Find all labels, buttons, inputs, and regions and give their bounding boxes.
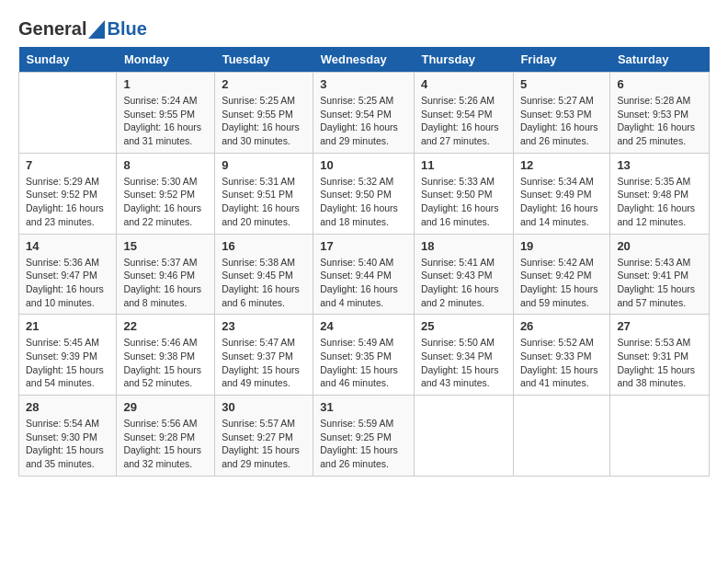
calendar-cell: 17Sunrise: 5:40 AMSunset: 9:44 PMDayligh… bbox=[313, 234, 415, 315]
calendar-cell: 28Sunrise: 5:54 AMSunset: 9:30 PMDayligh… bbox=[19, 396, 117, 477]
logo: General Blue bbox=[18, 18, 147, 40]
day-number: 14 bbox=[26, 239, 109, 253]
day-header-thursday: Thursday bbox=[414, 47, 513, 73]
calendar-week-row: 28Sunrise: 5:54 AMSunset: 9:30 PMDayligh… bbox=[19, 396, 710, 477]
day-info: Sunrise: 5:34 AMSunset: 9:49 PMDaylight:… bbox=[520, 175, 604, 229]
day-info: Sunrise: 5:56 AMSunset: 9:28 PMDaylight:… bbox=[123, 417, 208, 471]
calendar-cell: 31Sunrise: 5:59 AMSunset: 9:25 PMDayligh… bbox=[313, 396, 415, 477]
day-header-tuesday: Tuesday bbox=[215, 47, 313, 73]
day-number: 1 bbox=[123, 77, 208, 91]
calendar-cell: 25Sunrise: 5:50 AMSunset: 9:34 PMDayligh… bbox=[414, 315, 513, 396]
day-info: Sunrise: 5:54 AMSunset: 9:30 PMDaylight:… bbox=[26, 417, 109, 471]
day-info: Sunrise: 5:35 AMSunset: 9:48 PMDaylight:… bbox=[617, 175, 702, 229]
day-info: Sunrise: 5:29 AMSunset: 9:52 PMDaylight:… bbox=[26, 175, 109, 229]
day-number: 13 bbox=[617, 158, 702, 172]
day-number: 11 bbox=[421, 158, 506, 172]
calendar-cell: 13Sunrise: 5:35 AMSunset: 9:48 PMDayligh… bbox=[610, 153, 710, 234]
calendar-week-row: 21Sunrise: 5:45 AMSunset: 9:39 PMDayligh… bbox=[19, 315, 710, 396]
day-number: 28 bbox=[26, 400, 109, 414]
calendar-cell bbox=[513, 396, 610, 477]
day-number: 2 bbox=[222, 77, 306, 91]
day-info: Sunrise: 5:32 AMSunset: 9:50 PMDaylight:… bbox=[320, 175, 407, 229]
calendar-cell bbox=[610, 396, 710, 477]
calendar-cell: 6Sunrise: 5:28 AMSunset: 9:53 PMDaylight… bbox=[610, 73, 710, 154]
day-header-saturday: Saturday bbox=[610, 47, 710, 73]
day-number: 30 bbox=[222, 400, 306, 414]
day-header-friday: Friday bbox=[513, 47, 610, 73]
calendar-cell: 16Sunrise: 5:38 AMSunset: 9:45 PMDayligh… bbox=[215, 234, 313, 315]
day-number: 4 bbox=[421, 77, 506, 91]
day-info: Sunrise: 5:40 AMSunset: 9:44 PMDaylight:… bbox=[320, 256, 407, 310]
day-number: 5 bbox=[520, 77, 604, 91]
day-info: Sunrise: 5:37 AMSunset: 9:46 PMDaylight:… bbox=[123, 256, 208, 310]
day-number: 6 bbox=[617, 77, 702, 91]
day-number: 10 bbox=[320, 158, 407, 172]
day-info: Sunrise: 5:43 AMSunset: 9:41 PMDaylight:… bbox=[617, 256, 702, 310]
day-number: 22 bbox=[123, 319, 208, 333]
calendar-cell: 1Sunrise: 5:24 AMSunset: 9:55 PMDaylight… bbox=[117, 73, 215, 154]
day-info: Sunrise: 5:38 AMSunset: 9:45 PMDaylight:… bbox=[222, 256, 306, 310]
day-number: 23 bbox=[222, 319, 306, 333]
calendar-cell: 22Sunrise: 5:46 AMSunset: 9:38 PMDayligh… bbox=[117, 315, 215, 396]
day-number: 25 bbox=[421, 319, 506, 333]
calendar-cell: 3Sunrise: 5:25 AMSunset: 9:54 PMDaylight… bbox=[313, 73, 415, 154]
logo-blue-text: Blue bbox=[107, 18, 146, 40]
day-number: 18 bbox=[421, 239, 506, 253]
day-number: 19 bbox=[520, 239, 604, 253]
calendar-cell bbox=[414, 396, 513, 477]
day-info: Sunrise: 5:42 AMSunset: 9:42 PMDaylight:… bbox=[520, 256, 604, 310]
day-number: 27 bbox=[617, 319, 702, 333]
calendar-cell: 23Sunrise: 5:47 AMSunset: 9:37 PMDayligh… bbox=[215, 315, 313, 396]
calendar-cell: 14Sunrise: 5:36 AMSunset: 9:47 PMDayligh… bbox=[19, 234, 117, 315]
day-number: 20 bbox=[617, 239, 702, 253]
day-number: 12 bbox=[520, 158, 604, 172]
day-info: Sunrise: 5:53 AMSunset: 9:31 PMDaylight:… bbox=[617, 336, 702, 390]
calendar-cell: 4Sunrise: 5:26 AMSunset: 9:54 PMDaylight… bbox=[414, 73, 513, 154]
calendar-cell: 19Sunrise: 5:42 AMSunset: 9:42 PMDayligh… bbox=[513, 234, 610, 315]
calendar-cell: 10Sunrise: 5:32 AMSunset: 9:50 PMDayligh… bbox=[313, 153, 415, 234]
day-info: Sunrise: 5:30 AMSunset: 9:52 PMDaylight:… bbox=[123, 175, 208, 229]
page-header: General Blue bbox=[18, 18, 710, 40]
day-info: Sunrise: 5:27 AMSunset: 9:53 PMDaylight:… bbox=[520, 94, 604, 148]
calendar-cell: 20Sunrise: 5:43 AMSunset: 9:41 PMDayligh… bbox=[610, 234, 710, 315]
day-info: Sunrise: 5:50 AMSunset: 9:34 PMDaylight:… bbox=[421, 336, 506, 390]
day-header-wednesday: Wednesday bbox=[313, 47, 415, 73]
day-number: 3 bbox=[320, 77, 407, 91]
day-header-sunday: Sunday bbox=[19, 47, 117, 73]
day-number: 31 bbox=[320, 400, 407, 414]
day-info: Sunrise: 5:47 AMSunset: 9:37 PMDaylight:… bbox=[222, 336, 306, 390]
day-info: Sunrise: 5:41 AMSunset: 9:43 PMDaylight:… bbox=[421, 256, 506, 310]
day-info: Sunrise: 5:25 AMSunset: 9:54 PMDaylight:… bbox=[320, 94, 407, 148]
calendar-cell: 21Sunrise: 5:45 AMSunset: 9:39 PMDayligh… bbox=[19, 315, 117, 396]
day-info: Sunrise: 5:45 AMSunset: 9:39 PMDaylight:… bbox=[26, 336, 109, 390]
calendar-cell: 18Sunrise: 5:41 AMSunset: 9:43 PMDayligh… bbox=[414, 234, 513, 315]
day-info: Sunrise: 5:36 AMSunset: 9:47 PMDaylight:… bbox=[26, 256, 109, 310]
day-number: 29 bbox=[123, 400, 208, 414]
day-number: 8 bbox=[123, 158, 208, 172]
day-info: Sunrise: 5:31 AMSunset: 9:51 PMDaylight:… bbox=[222, 175, 306, 229]
day-number: 7 bbox=[26, 158, 109, 172]
logo-general-text: General bbox=[18, 18, 86, 40]
calendar-header-row: SundayMondayTuesdayWednesdayThursdayFrid… bbox=[19, 47, 710, 73]
day-number: 24 bbox=[320, 319, 407, 333]
day-number: 17 bbox=[320, 239, 407, 253]
calendar-week-row: 1Sunrise: 5:24 AMSunset: 9:55 PMDaylight… bbox=[19, 73, 710, 154]
day-info: Sunrise: 5:46 AMSunset: 9:38 PMDaylight:… bbox=[123, 336, 208, 390]
svg-marker-0 bbox=[88, 20, 105, 39]
calendar-cell: 24Sunrise: 5:49 AMSunset: 9:35 PMDayligh… bbox=[313, 315, 415, 396]
calendar-cell: 27Sunrise: 5:53 AMSunset: 9:31 PMDayligh… bbox=[610, 315, 710, 396]
day-info: Sunrise: 5:57 AMSunset: 9:27 PMDaylight:… bbox=[222, 417, 306, 471]
calendar-cell: 8Sunrise: 5:30 AMSunset: 9:52 PMDaylight… bbox=[117, 153, 215, 234]
calendar-cell: 7Sunrise: 5:29 AMSunset: 9:52 PMDaylight… bbox=[19, 153, 117, 234]
day-number: 15 bbox=[123, 239, 208, 253]
day-info: Sunrise: 5:59 AMSunset: 9:25 PMDaylight:… bbox=[320, 417, 407, 471]
calendar-table: SundayMondayTuesdayWednesdayThursdayFrid… bbox=[18, 47, 710, 477]
calendar-cell: 15Sunrise: 5:37 AMSunset: 9:46 PMDayligh… bbox=[117, 234, 215, 315]
day-info: Sunrise: 5:26 AMSunset: 9:54 PMDaylight:… bbox=[421, 94, 506, 148]
calendar-cell: 2Sunrise: 5:25 AMSunset: 9:55 PMDaylight… bbox=[215, 73, 313, 154]
calendar-cell: 12Sunrise: 5:34 AMSunset: 9:49 PMDayligh… bbox=[513, 153, 610, 234]
day-info: Sunrise: 5:33 AMSunset: 9:50 PMDaylight:… bbox=[421, 175, 506, 229]
calendar-cell: 9Sunrise: 5:31 AMSunset: 9:51 PMDaylight… bbox=[215, 153, 313, 234]
calendar-week-row: 14Sunrise: 5:36 AMSunset: 9:47 PMDayligh… bbox=[19, 234, 710, 315]
day-number: 21 bbox=[26, 319, 109, 333]
